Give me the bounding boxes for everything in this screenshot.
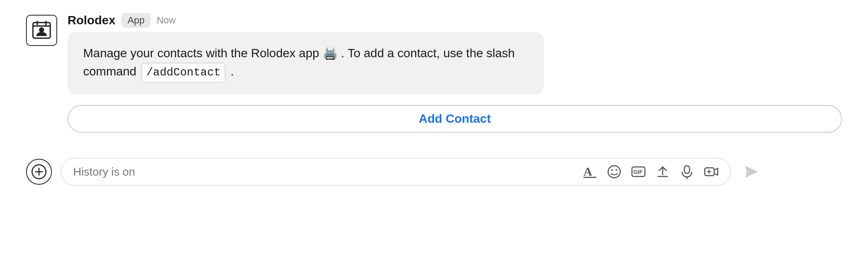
rolodex-emoji: 🖨️ xyxy=(323,46,341,60)
microphone-button[interactable] xyxy=(680,164,694,179)
message-content: Rolodex App Now Manage your contacts wit… xyxy=(68,13,842,133)
emoji-icon xyxy=(607,164,622,179)
gif-icon: GIF xyxy=(631,164,646,179)
slash-command-code: /addContact xyxy=(142,63,226,82)
emoji-button[interactable] xyxy=(607,164,622,179)
upload-icon xyxy=(655,164,670,179)
message-row: Rolodex App Now Manage your contacts wit… xyxy=(26,13,842,133)
svg-point-4 xyxy=(39,27,44,33)
send-button[interactable] xyxy=(740,160,762,183)
send-icon xyxy=(743,163,759,180)
video-button[interactable] xyxy=(704,164,719,179)
upload-button[interactable] xyxy=(655,164,670,179)
avatar xyxy=(26,15,57,46)
add-contact-button[interactable]: Add Contact xyxy=(68,105,842,133)
input-field-container: A GIF xyxy=(61,158,731,186)
timestamp: Now xyxy=(157,15,176,26)
add-contact-label: Add Contact xyxy=(419,112,491,126)
svg-text:A: A xyxy=(583,165,593,178)
svg-text:GIF: GIF xyxy=(633,169,643,175)
gif-button[interactable]: GIF xyxy=(631,164,646,179)
message-input[interactable] xyxy=(73,165,574,179)
sender-name: Rolodex xyxy=(68,13,115,27)
message-header: Rolodex App Now xyxy=(68,13,842,28)
svg-point-12 xyxy=(615,169,617,171)
input-icons: A GIF xyxy=(583,164,719,179)
plus-button[interactable] xyxy=(26,159,52,185)
svg-marker-22 xyxy=(745,166,758,177)
svg-point-10 xyxy=(608,166,620,178)
text-format-button[interactable]: A xyxy=(583,164,597,179)
bubble-text-part1: Manage your contacts with the Rolodex ap… xyxy=(83,46,319,60)
text-format-icon: A xyxy=(583,164,597,179)
plus-circle-icon xyxy=(31,164,47,180)
input-row: A GIF xyxy=(26,158,762,186)
video-icon xyxy=(704,164,719,179)
app-badge: App xyxy=(121,13,150,28)
bubble-text-part3: . xyxy=(230,65,234,78)
microphone-icon xyxy=(680,164,694,179)
svg-point-11 xyxy=(611,169,613,171)
message-bubble: Manage your contacts with the Rolodex ap… xyxy=(68,32,544,95)
bubble-text: Manage your contacts with the Rolodex ap… xyxy=(83,46,515,78)
main-container: Rolodex App Now Manage your contacts wit… xyxy=(26,13,842,186)
svg-rect-17 xyxy=(684,166,690,173)
